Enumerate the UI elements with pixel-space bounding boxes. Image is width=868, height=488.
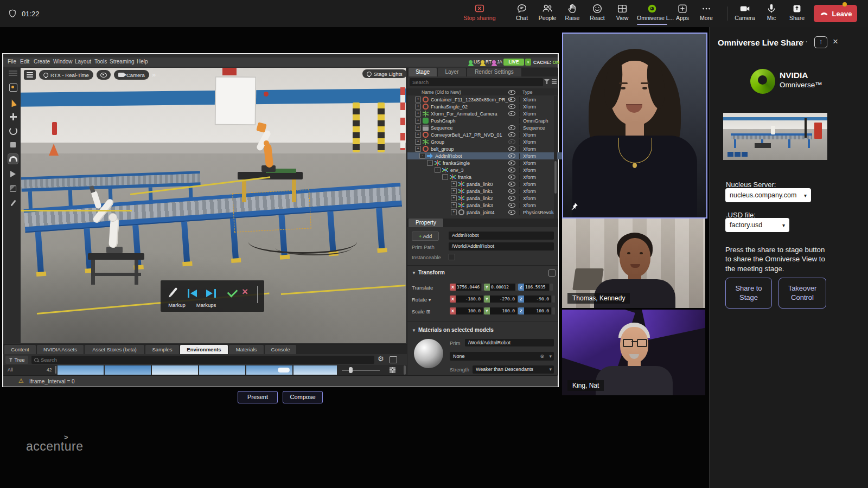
close-icon[interactable]: × xyxy=(833,36,838,47)
visibility-eye-icon[interactable] xyxy=(508,132,515,137)
rotate-z[interactable]: Z-90.0 xyxy=(518,296,555,303)
panel-more-icon[interactable]: ··· xyxy=(799,37,808,46)
strip-scrollbar[interactable] xyxy=(404,365,406,375)
pop-out-icon[interactable]: ↑ xyxy=(814,36,827,48)
expand-toggle[interactable]: + xyxy=(451,188,457,194)
table-row[interactable]: +Container_F11_123x80x89cm_PR_VXform xyxy=(407,96,561,103)
menu-layout[interactable]: Layout xyxy=(75,59,91,65)
transform-section-header[interactable]: ▼Transform xyxy=(412,269,445,275)
physics-tool[interactable] xyxy=(8,184,18,194)
expand-toggle[interactable]: + xyxy=(415,118,421,124)
table-row[interactable]: +FrankaSingle_02Xform xyxy=(407,103,561,110)
tab-property[interactable]: Property xyxy=(409,219,443,227)
view-button[interactable]: View xyxy=(607,3,637,21)
omniverse-app-tab[interactable]: Omniverse L... xyxy=(637,3,667,21)
rotate-tool[interactable] xyxy=(8,126,18,136)
table-row[interactable]: +belt_groupXform xyxy=(407,145,561,152)
scale-z[interactable]: Z100.0 xyxy=(518,307,555,314)
share-button[interactable]: Share xyxy=(782,3,812,21)
strength-select-field[interactable]: Weaker than Descendants▾ xyxy=(473,365,554,374)
visibility-eye-icon[interactable] xyxy=(508,125,515,130)
expand-toggle[interactable]: - xyxy=(419,153,425,159)
expand-toggle[interactable]: + xyxy=(415,146,421,152)
translate-y[interactable]: Y0.00012 xyxy=(484,284,519,291)
translate-x[interactable]: X3756.0446 xyxy=(450,284,484,291)
camera-selector[interactable]: Camera xyxy=(114,70,149,80)
tree-scrollbar-thumb[interactable] xyxy=(554,161,557,194)
settings-gear-icon[interactable]: ⚙ xyxy=(378,355,384,363)
table-row[interactable]: -frankaSingleXform xyxy=(407,159,573,166)
add-property-button[interactable]: + Add xyxy=(412,232,439,241)
table-row-selected[interactable]: -AddtnlRobotXform xyxy=(407,152,570,159)
table-row[interactable]: -frankaXform xyxy=(407,174,589,181)
participant-video[interactable]: King, Nat xyxy=(562,310,705,395)
expand-toggle[interactable]: + xyxy=(415,111,421,117)
tab-asset-stores[interactable]: Asset Stores (beta) xyxy=(85,345,144,354)
tree-view-button[interactable]: Tree xyxy=(5,356,28,364)
environment-thumbnail[interactable] xyxy=(199,365,245,375)
select-tool[interactable] xyxy=(8,98,18,107)
visibility-eye-icon[interactable] xyxy=(508,104,515,109)
takeover-control-button[interactable]: Takeover Control xyxy=(778,278,826,309)
live-sync-button[interactable]: LIVE xyxy=(503,59,524,66)
expand-toggle[interactable]: + xyxy=(451,181,457,187)
materials-section-header[interactable]: ▼Materials on selected models xyxy=(412,327,494,333)
move-tool[interactable] xyxy=(8,112,18,121)
present-button[interactable]: Present xyxy=(238,391,278,403)
menu-edit[interactable]: Edit xyxy=(20,59,29,65)
usd-file-select[interactable]: factory.usd▾ xyxy=(725,218,789,232)
tab-nvidia-assets[interactable]: NVIDIA Assets xyxy=(37,345,84,354)
visibility-eye-icon[interactable] xyxy=(508,97,515,102)
thumbnail-size-slider-knob[interactable] xyxy=(349,367,353,373)
menu-window[interactable]: Window xyxy=(53,59,73,65)
approve-markup-icon[interactable] xyxy=(227,287,238,298)
expand-toggle[interactable]: + xyxy=(415,104,421,110)
tab-console[interactable]: Console xyxy=(265,345,296,354)
scale-y[interactable]: Y100.0 xyxy=(484,307,521,314)
reject-markup-icon[interactable]: × xyxy=(242,286,248,298)
panel-toggle-icon[interactable] xyxy=(390,356,397,363)
tab-content[interactable]: Content xyxy=(4,345,36,354)
tab-stage[interactable]: Stage xyxy=(409,68,437,76)
instanceable-checkbox[interactable] xyxy=(449,254,455,260)
expand-toggle[interactable]: - xyxy=(442,174,448,180)
menu-create[interactable]: Create xyxy=(34,59,50,65)
expand-toggle[interactable]: - xyxy=(427,160,433,166)
visibility-eye-icon[interactable] xyxy=(508,146,515,151)
rotate-x[interactable]: X-180.0 xyxy=(450,296,487,303)
live-dropdown-chevron[interactable]: ▾ xyxy=(525,59,531,66)
prim-name-field[interactable]: AddtnlRobot xyxy=(449,232,554,240)
stop-sharing-button[interactable]: Stop sharing xyxy=(455,3,504,21)
visibility-options-button[interactable] xyxy=(97,70,111,80)
environment-thumbnail[interactable] xyxy=(58,365,104,375)
grid-view-icon[interactable] xyxy=(390,367,395,373)
material-select-field[interactable]: None⊗▾ xyxy=(450,352,554,361)
transform-options-icon[interactable] xyxy=(548,269,556,277)
filter-all-label[interactable]: All xyxy=(8,367,12,373)
menu-file[interactable]: File xyxy=(8,59,16,65)
expand-toggle[interactable]: + xyxy=(451,195,457,201)
table-row[interactable]: +ConveyorBelt_A17_PR_NVD_01Xform xyxy=(407,131,561,138)
scale-x[interactable]: X100.0 xyxy=(450,307,487,314)
stage-lights-button[interactable]: Stage Lights xyxy=(362,69,406,78)
environment-thumbnail[interactable] xyxy=(152,365,198,375)
environment-thumbnail[interactable] xyxy=(246,365,292,375)
viewport-menu-button[interactable] xyxy=(24,70,36,80)
play-tool[interactable] xyxy=(8,169,18,179)
translate-z[interactable]: Z186.5935 xyxy=(518,284,553,291)
leave-button[interactable]: Leave xyxy=(814,5,857,22)
table-row[interactable]: +GroupXform xyxy=(407,138,561,145)
participant-video[interactable]: Thomas, Kennedy xyxy=(562,219,705,308)
share-to-stage-button[interactable]: Share to Stage xyxy=(725,278,772,309)
expand-toggle[interactable]: + xyxy=(415,132,421,138)
table-row[interactable]: +SequenceSequence xyxy=(407,124,561,131)
viewport-3d-canvas[interactable]: RTX - Real-Time Camera » Stage Lights × … xyxy=(21,68,406,343)
environment-thumbnail[interactable] xyxy=(105,365,151,375)
compose-button[interactable]: Compose xyxy=(283,391,323,403)
material-prim-field[interactable]: /World/AddtnlRobot xyxy=(465,339,554,346)
next-markup-button[interactable] xyxy=(206,288,218,298)
prim-path-field[interactable]: /World/AddtnlRobot xyxy=(449,242,554,251)
renderer-selector[interactable]: RTX - Real-Time xyxy=(39,70,93,80)
expand-toggle[interactable]: + xyxy=(415,139,421,145)
list-options-icon[interactable] xyxy=(552,79,557,84)
